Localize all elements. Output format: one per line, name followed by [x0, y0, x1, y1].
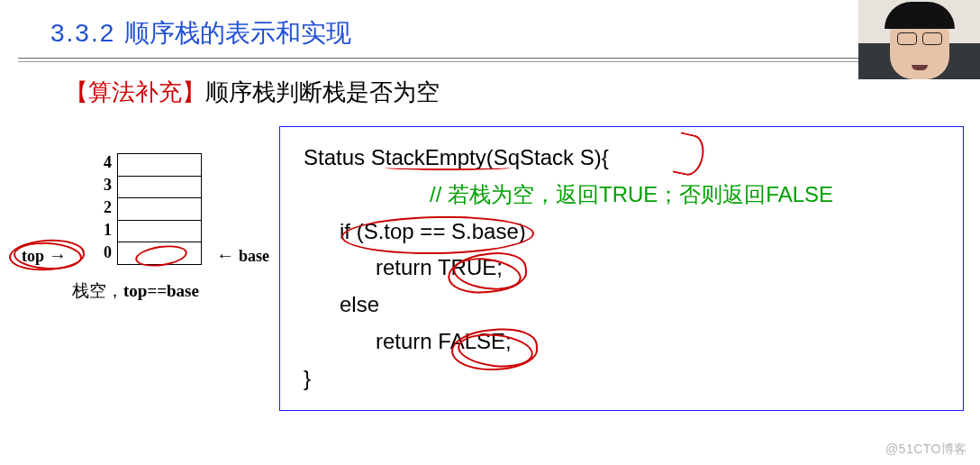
index-2: 2 — [95, 198, 112, 221]
section-title: 顺序栈的表示和实现 — [124, 16, 351, 50]
label-base: ← base — [216, 245, 269, 266]
code-line-close: } — [304, 360, 954, 397]
watermark: @51CTO博客 — [885, 442, 967, 458]
index-1: 1 — [95, 221, 112, 243]
subtitle-text: 顺序栈判断栈是否为空 — [205, 78, 440, 105]
stack-cell — [117, 153, 202, 177]
diagram-caption: 栈空，top==base — [72, 279, 199, 303]
stack-cell — [117, 176, 202, 199]
index-3: 3 — [95, 176, 112, 198]
index-0: 0 — [95, 243, 112, 266]
code-line-return-false: return FALSE; — [304, 324, 954, 360]
code-line-return-true: return TRUE; — [304, 250, 954, 287]
presenter-hair — [885, 2, 955, 29]
arrow-right-icon: → — [44, 245, 67, 265]
slide-header: 3.3.2 顺序栈的表示和实现 — [0, 0, 980, 58]
code-line-else: else — [304, 287, 954, 324]
caption-condition: top==base — [123, 281, 199, 300]
content-row: 4 3 2 1 0 top → ← base 栈空，top==base Stat… — [0, 126, 980, 411]
stack-cells — [117, 153, 202, 264]
presenter-mouth — [912, 65, 928, 70]
divider-top — [18, 58, 962, 59]
presenter-video — [858, 0, 980, 79]
code-line-1: Status StackEmpty(SqStack S){ — [304, 140, 954, 177]
stack-cell — [117, 242, 202, 265]
stack-cell — [117, 220, 202, 243]
arrow-left-icon: ← — [216, 245, 239, 265]
divider-bottom — [18, 61, 962, 62]
label-top-text: top — [22, 247, 44, 265]
subtitle-bracket: 【算法补充】 — [65, 78, 205, 105]
annotation-underline — [385, 165, 511, 170]
index-4: 4 — [95, 153, 112, 176]
code-box: Status StackEmpty(SqStack S){ // 若栈为空，返回… — [279, 126, 964, 411]
subtitle: 【算法补充】顺序栈判断栈是否为空 — [65, 77, 980, 108]
caption-prefix: 栈空， — [72, 281, 123, 300]
label-top: top → — [22, 245, 67, 266]
code-comment: // 若栈为空，返回TRUE；否则返回FALSE — [304, 177, 954, 214]
label-base-text: base — [239, 247, 269, 265]
section-number: 3.3.2 — [50, 19, 115, 48]
index-column: 4 3 2 1 0 — [95, 153, 112, 266]
stack-cell — [117, 197, 202, 221]
presenter-face — [890, 7, 949, 79]
glasses-icon — [897, 32, 942, 45]
